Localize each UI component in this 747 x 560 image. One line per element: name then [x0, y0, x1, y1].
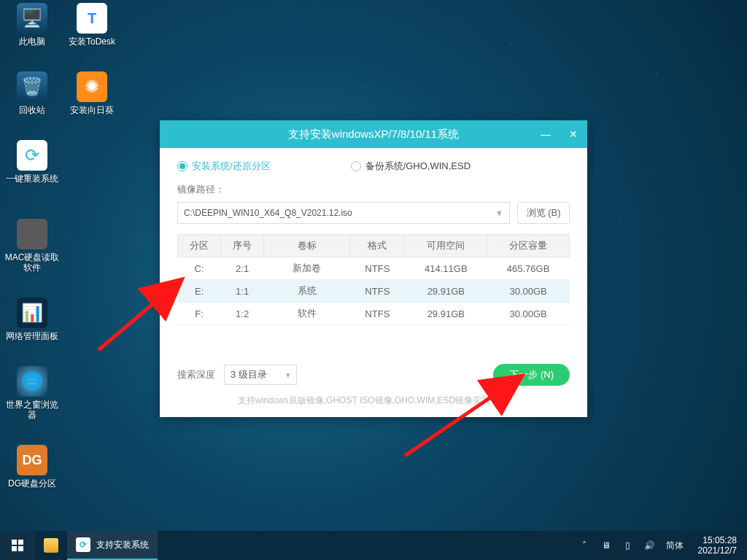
cell-free: 414.11GB — [405, 257, 487, 280]
dg-icon: DG — [17, 445, 47, 475]
desktop-icon-label: 世界之窗浏览器 — [4, 400, 60, 420]
radio-dot-icon — [177, 161, 187, 171]
browse-button[interactable]: 浏览 (B) — [517, 202, 570, 224]
start-button[interactable] — [0, 531, 35, 560]
th-total: 分区容量 — [487, 235, 570, 257]
cell-fmt: NTFS — [350, 303, 405, 325]
desktop-icon-label: 安装向日葵 — [64, 105, 120, 115]
desktop-icon-label: 安装ToDesk — [64, 36, 120, 47]
cell-fmt: NTFS — [350, 280, 405, 303]
radio-install-restore[interactable]: 安装系统/还原分区 — [177, 160, 271, 173]
cell-total: 30.00GB — [487, 280, 570, 303]
desktop-icon-browser[interactable]: 🌐 世界之窗浏览器 — [4, 366, 60, 420]
depth-value: 3 级目录 — [231, 368, 267, 381]
cell-total: 465.76GB — [487, 257, 570, 280]
network-icon: 📊 — [17, 298, 47, 328]
cell-vol: 系统 — [264, 280, 350, 303]
cell-free: 29.91GB — [405, 303, 487, 325]
cell-fmt: NTFS — [350, 257, 405, 280]
cell-drive: E: — [178, 280, 221, 303]
image-path-dropdown[interactable]: C:\DEEPIN_WIN10_X64_Q8_V2021.12.iso ▼ — [177, 202, 510, 224]
todesk-icon: T — [77, 3, 107, 34]
window-title: 支持安装windowsXP/7/8/10/11系统 — [288, 128, 459, 141]
clock-time: 15:05:28 — [698, 535, 737, 545]
th-volume: 卷标 — [264, 235, 350, 257]
radio-label: 备份系统/GHO,WIN,ESD — [365, 160, 471, 173]
title-bar[interactable]: 支持安装windowsXP/7/8/10/11系统 — ✕ — [160, 120, 587, 148]
cell-vol: 软件 — [264, 303, 350, 325]
tray-ime[interactable]: 简体 — [666, 540, 684, 551]
desktop-icon-recycle[interactable]: 🗑️ 回收站 — [4, 71, 60, 115]
svg-rect-4 — [12, 546, 17, 551]
th-format: 格式 — [350, 235, 405, 257]
installer-window: 支持安装windowsXP/7/8/10/11系统 — ✕ 安装系统/还原分区 … — [160, 120, 587, 417]
globe-icon: 🌐 — [17, 366, 47, 397]
tray-monitor-icon[interactable]: 🖥 — [600, 540, 612, 551]
desktop-icon-label: DG硬盘分区 — [4, 478, 60, 489]
desktop-icon-label: 网络管理面板 — [4, 331, 60, 341]
desktop-icon-label: MAC硬盘读取软件 — [4, 252, 60, 273]
close-button[interactable]: ✕ — [560, 120, 587, 148]
cell-drive: C: — [178, 257, 221, 280]
th-partition: 分区 — [178, 235, 221, 257]
image-path-value: C:\DEEPIN_WIN10_X64_Q8_V2021.12.iso — [184, 208, 352, 218]
desktop-icon-label: 此电脑 — [4, 36, 60, 47]
windows-icon — [12, 540, 23, 551]
next-button[interactable]: 下一步 (N) — [493, 364, 570, 386]
reinstall-icon: ⟳ — [17, 140, 47, 171]
desktop-icon-netpanel[interactable]: 📊 网络管理面板 — [4, 298, 60, 341]
taskbar-clock[interactable]: 15:05:28 2021/12/7 — [694, 535, 741, 556]
table-row[interactable]: C:2:1新加卷NTFS414.11GB465.76GB — [178, 257, 570, 280]
desktop-icon-todesk[interactable]: T 安装ToDesk — [64, 3, 120, 47]
tray-volume-icon[interactable]: 🔊 — [644, 540, 656, 551]
cell-drive: F: — [178, 303, 221, 325]
desktop-icon-sunflower[interactable]: ✺ 安装向日葵 — [64, 71, 120, 115]
radio-dot-icon — [351, 161, 361, 171]
minimize-button[interactable]: — — [532, 120, 560, 148]
support-text: 支持windows原版镜像,GHOST ISO镜像,GHO,WIM,ESD镜像安… — [177, 394, 570, 407]
taskbar-explorer[interactable] — [35, 531, 67, 560]
depth-label: 搜索深度 — [177, 368, 215, 381]
table-row[interactable]: E:1:1系统NTFS29.91GB30.00GB — [178, 280, 570, 303]
th-free: 可用空间 — [405, 235, 487, 257]
desktop-icon-reinstall[interactable]: ⟳ 一键重装系统 — [4, 140, 60, 184]
desktop-icon-dg[interactable]: DG DG硬盘分区 — [4, 445, 60, 489]
svg-rect-2 — [12, 540, 17, 545]
system-tray: ˄ 🖥 ▯ 🔊 简体 15:05:28 2021/12/7 — [573, 535, 747, 556]
table-row[interactable]: F:1:2软件NTFS29.91GB30.00GB — [178, 303, 570, 325]
depth-select[interactable]: 3 级目录 — [224, 365, 297, 385]
cell-vol: 新加卷 — [264, 257, 350, 280]
taskbar-button-label: 支持安装系统 — [96, 539, 149, 551]
tray-battery-icon[interactable]: ▯ — [622, 540, 634, 551]
taskbar-installer[interactable]: ⟳ 支持安装系统 — [67, 531, 158, 560]
recycle-icon: 🗑️ — [17, 71, 47, 102]
cell-num: 2:1 — [221, 257, 264, 280]
clock-date: 2021/12/7 — [698, 545, 737, 556]
svg-rect-3 — [18, 540, 23, 545]
desktop-icon-pc[interactable]: 🖥️ 此电脑 — [4, 3, 60, 47]
tray-chevron-icon[interactable]: ˄ — [578, 540, 590, 551]
chevron-down-icon: ▼ — [495, 209, 503, 217]
desktop-icon-macdisk[interactable]: MAC硬盘读取软件 — [4, 219, 60, 273]
cell-num: 1:1 — [221, 280, 264, 303]
th-number: 序号 — [221, 235, 264, 257]
apple-icon — [17, 219, 47, 249]
folder-icon — [44, 538, 58, 553]
taskbar: ⟳ 支持安装系统 ˄ 🖥 ▯ 🔊 简体 15:05:28 2021/12/7 — [0, 531, 747, 560]
radio-label: 安装系统/还原分区 — [192, 160, 271, 173]
sunflower-icon: ✺ — [77, 71, 107, 102]
cell-total: 30.00GB — [487, 303, 570, 325]
cell-free: 29.91GB — [405, 280, 487, 303]
cell-num: 1:2 — [221, 303, 264, 325]
svg-rect-5 — [18, 546, 23, 551]
path-label: 镜像路径： — [177, 183, 570, 196]
installer-icon: ⟳ — [76, 537, 90, 552]
radio-backup[interactable]: 备份系统/GHO,WIN,ESD — [351, 160, 471, 173]
desktop-icon-label: 回收站 — [4, 105, 60, 115]
partition-table: 分区 序号 卷标 格式 可用空间 分区容量 C:2:1新加卷NTFS414.11… — [177, 234, 570, 325]
pc-icon: 🖥️ — [17, 3, 47, 34]
desktop-icon-label: 一键重装系统 — [4, 174, 60, 184]
